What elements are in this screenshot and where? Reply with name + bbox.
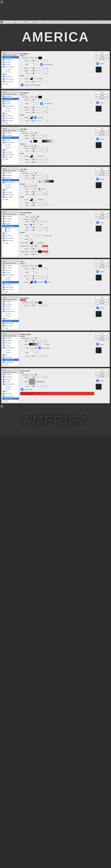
blend-mode[interactable]: Multiply xyxy=(29,265,38,267)
contour[interactable] xyxy=(29,198,33,201)
sidebar-check-9[interactable] xyxy=(3,286,4,288)
opacity-value[interactable]: 75 xyxy=(43,60,47,62)
global-light[interactable] xyxy=(39,235,42,237)
sidebar-check-11[interactable] xyxy=(3,83,4,85)
sidebar-item-10[interactable]: Pattern Overlay xyxy=(2,80,19,83)
noise-value[interactable]: 0 xyxy=(43,120,47,122)
angle[interactable] xyxy=(29,62,34,67)
src-center[interactable] xyxy=(30,188,32,190)
sidebar-item-3[interactable]: Inner Glow xyxy=(2,222,19,225)
sidebar-item-6[interactable]: Texture xyxy=(2,315,19,317)
sidebar-item-4[interactable]: Bevel and Emboss xyxy=(2,142,19,144)
ok-button[interactable]: OK xyxy=(96,128,109,130)
sidebar-check-5[interactable] xyxy=(5,228,6,229)
sidebar-item-8[interactable]: Color Overlay xyxy=(2,320,19,322)
sidebar-check-10[interactable] xyxy=(3,156,4,158)
sidebar-item-4[interactable]: Bevel and Emboss xyxy=(2,347,19,349)
opacity-value[interactable]: 100 xyxy=(43,134,47,137)
sidebar-item-6[interactable]: Texture xyxy=(2,110,19,112)
antialias-select[interactable]: Sharp xyxy=(37,21,45,23)
sidebar-item-9[interactable]: Gradient Overlay xyxy=(2,78,19,80)
sidebar-item-3[interactable]: Inner Glow xyxy=(2,272,19,274)
sidebar-item-3[interactable]: Inner Glow xyxy=(2,139,19,142)
grad-radio[interactable] xyxy=(39,140,41,143)
cancel-button[interactable]: Cancel xyxy=(96,55,109,57)
sidebar-check-3[interactable] xyxy=(3,103,4,104)
sidebar-item-0[interactable]: Drop Shadow xyxy=(2,337,19,339)
sidebar-item-2[interactable]: Outer Glow xyxy=(2,269,19,272)
blend-mode[interactable]: Screen xyxy=(29,337,38,339)
depth-slider[interactable] xyxy=(29,221,42,222)
sidebar-item-7[interactable]: Satin xyxy=(2,281,19,283)
sidebar-header-blending[interactable]: Blending Options: Custom xyxy=(2,54,19,56)
sidebar-item-11[interactable]: Stroke xyxy=(2,400,19,402)
sidebar-item-10[interactable]: Pattern Overlay xyxy=(2,361,19,364)
sidebar-check-11[interactable] xyxy=(3,364,4,365)
contour[interactable] xyxy=(29,155,33,158)
sidebar-header-blending[interactable]: Blending Options: Custom xyxy=(2,213,19,215)
bevel-style[interactable]: Inner Bevel xyxy=(29,216,40,218)
spread-value[interactable]: 0 xyxy=(43,147,47,150)
sidebar-check-4[interactable] xyxy=(3,105,4,107)
sidebar-check-6[interactable] xyxy=(5,352,6,353)
sidebar-item-4[interactable]: Bevel and Emboss xyxy=(2,182,19,184)
opacity-slider[interactable] xyxy=(29,269,42,269)
cancel-button[interactable]: Cancel xyxy=(96,94,109,96)
scale-value[interactable]: 100 xyxy=(43,355,47,357)
blend-mode[interactable]: Multiply xyxy=(29,302,38,304)
blend-mode[interactable]: Normal xyxy=(29,374,38,376)
sidebar-check-5[interactable] xyxy=(5,277,6,278)
distance-value[interactable]: 5 xyxy=(43,275,47,277)
sidebar-check-2[interactable] xyxy=(3,220,4,222)
angle[interactable] xyxy=(29,350,34,354)
sidebar-check-3[interactable] xyxy=(3,308,4,310)
sidebar-item-9[interactable]: Gradient Overlay xyxy=(2,286,19,288)
sidebar-check-8[interactable] xyxy=(3,284,4,285)
opacity-value[interactable]: 100 xyxy=(43,340,47,342)
sidebar-check-5[interactable] xyxy=(5,386,6,387)
scale-slider[interactable] xyxy=(29,356,42,356)
new-style-button[interactable]: New Style... xyxy=(96,302,109,305)
angle-val[interactable]: 90 xyxy=(34,102,38,105)
ok-button[interactable]: OK xyxy=(96,91,109,94)
sidebar-check-2[interactable] xyxy=(3,137,4,138)
soften-slider[interactable] xyxy=(29,230,42,230)
aa[interactable] xyxy=(34,116,36,119)
noise-value[interactable]: 0 xyxy=(43,177,47,179)
sidebar-item-3[interactable]: Inner Glow xyxy=(2,63,19,66)
preview-check[interactable] xyxy=(97,178,99,180)
overlay-color[interactable] xyxy=(38,301,42,304)
sidebar-item-6[interactable]: Texture xyxy=(2,146,19,149)
sidebar-check-9[interactable] xyxy=(3,78,4,80)
sidebar-item-5[interactable]: Contour xyxy=(2,68,19,71)
range-slider[interactable] xyxy=(29,159,42,160)
sidebar-check-1[interactable] xyxy=(3,134,4,136)
sidebar-check-4[interactable] xyxy=(3,225,4,227)
sidebar-item-6[interactable]: Texture xyxy=(2,388,19,390)
sidebar-header-blending[interactable]: Blending Options: Custom xyxy=(2,371,19,373)
range-value[interactable]: 50 xyxy=(43,158,47,160)
sidebar-item-1[interactable]: Inner Shadow xyxy=(2,218,19,220)
sidebar-check-10[interactable] xyxy=(3,81,4,82)
technique[interactable]: Softer xyxy=(29,185,37,187)
sidebar-check-0[interactable] xyxy=(3,301,4,303)
spread-slider[interactable] xyxy=(29,148,42,149)
jitter-slider[interactable] xyxy=(29,162,42,162)
gloss[interactable] xyxy=(29,241,33,244)
size-slider[interactable] xyxy=(29,73,42,73)
sidebar-check-0[interactable] xyxy=(3,172,4,174)
size-value[interactable]: 5 xyxy=(43,278,47,280)
sidebar-item-10[interactable]: Pattern Overlay xyxy=(2,288,19,291)
sidebar-item-1[interactable]: Inner Shadow xyxy=(2,267,19,269)
new-style-button[interactable]: New Style... xyxy=(96,174,109,176)
noise-value[interactable]: 0 xyxy=(43,137,47,140)
cancel-button[interactable]: Cancel xyxy=(96,263,109,265)
sidebar-item-5[interactable]: Contour xyxy=(2,184,19,186)
aa[interactable] xyxy=(34,155,36,157)
pattern-swatch[interactable] xyxy=(29,379,35,385)
angle-val[interactable]: 90 xyxy=(34,351,38,353)
new-style-button[interactable]: New Style... xyxy=(96,375,109,377)
sidebar-check-4[interactable] xyxy=(3,383,4,385)
sidebar-check-4[interactable] xyxy=(3,66,4,68)
size-slider[interactable] xyxy=(29,112,42,113)
